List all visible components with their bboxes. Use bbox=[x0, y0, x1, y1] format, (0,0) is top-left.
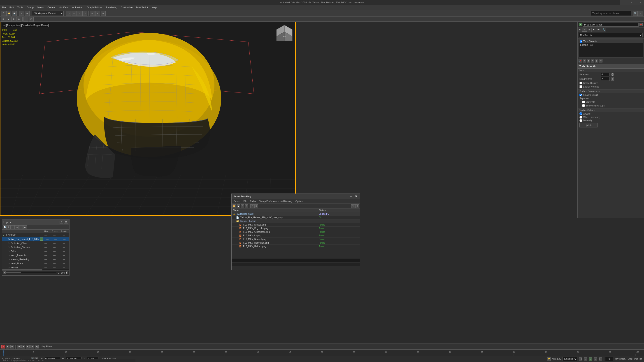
material-editor-btn[interactable]: ◉ bbox=[16, 17, 22, 22]
smoothing-groups-checkbox[interactable] bbox=[582, 104, 585, 107]
prev-frame-status-btn[interactable]: ◀ bbox=[584, 357, 587, 361]
layer-row-default[interactable]: ▶ 0 (default) ━━ ━━ ━━ bbox=[2, 233, 69, 237]
prev-frame-btn[interactable]: ◀ bbox=[22, 345, 25, 349]
asset-menu-bitmap[interactable]: Bitmap Performance and Memory bbox=[257, 199, 294, 203]
3d-viewport[interactable]: [+] [Perspective] [Shaded + Edged Faces]… bbox=[0, 22, 296, 216]
menu-graph-editors[interactable]: Graph Editors bbox=[85, 5, 104, 10]
show-result-icon[interactable]: ◉ bbox=[587, 59, 590, 62]
make-unique-icon[interactable]: ★ bbox=[591, 59, 594, 62]
layers-delete-btn[interactable]: 🗑 bbox=[7, 225, 10, 229]
asset-menu-paths[interactable]: Paths bbox=[249, 199, 257, 203]
layer-row-protrctive[interactable]: ◇ Protrctive_Glass ━━ ━━ ━━ bbox=[2, 241, 69, 245]
open-file-btn[interactable]: 📂 bbox=[6, 11, 11, 16]
asset-menu-file[interactable]: File bbox=[242, 199, 248, 203]
frame-slider-track[interactable] bbox=[6, 272, 56, 273]
materials-checkbox[interactable] bbox=[582, 101, 585, 103]
layer-freeze-yellow[interactable]: ━━ bbox=[52, 238, 60, 240]
iterations-spinner[interactable]: ▲ ▼ bbox=[611, 73, 614, 76]
current-frame-input[interactable] bbox=[605, 357, 613, 361]
asset-row-mainfile[interactable]: 📄 Yellow_Fire_Helmet_F10_MKV_max_vray Ok bbox=[232, 216, 360, 219]
asset-highlight-btn[interactable]: ✦ bbox=[245, 204, 248, 208]
add-time-tag[interactable]: Add Time Tag bbox=[628, 358, 642, 360]
hierarchy-tab[interactable]: ◈ bbox=[587, 28, 592, 32]
always-radio[interactable] bbox=[580, 112, 582, 115]
search-input[interactable] bbox=[591, 11, 631, 16]
pin-mod-icon[interactable]: 📌 bbox=[578, 59, 582, 62]
play-status-btn[interactable]: ▶ bbox=[589, 357, 592, 361]
modifier-editablepoly[interactable]: Editable Poly bbox=[579, 43, 643, 47]
close-btn[interactable]: ✕ bbox=[636, 0, 644, 5]
layer-freeze-default[interactable]: ━━ bbox=[50, 234, 59, 236]
move-btn[interactable]: ✛ bbox=[72, 11, 76, 16]
asset-row-fog[interactable]: 🖼 F10_MKV_Fog color.png Found bbox=[232, 227, 360, 230]
menu-maxscript[interactable]: MAXScript bbox=[134, 5, 150, 10]
layer-btn[interactable]: ▦ bbox=[1, 17, 6, 22]
render-btn[interactable]: ▶ bbox=[6, 17, 11, 22]
asset-minimize-btn[interactable]: — bbox=[349, 195, 353, 198]
timeline[interactable]: 0 5 10 15 20 25 30 35 40 45 50 55 60 65 … bbox=[0, 349, 644, 356]
layer-row-internal[interactable]: ◇ Internal_Fastening ━━ ━━ ━━ bbox=[2, 257, 69, 261]
help-icon[interactable]: ? bbox=[638, 11, 643, 16]
layer-hide-protrctive[interactable]: ━━ bbox=[42, 242, 50, 245]
maximize-btn[interactable]: □ bbox=[628, 0, 636, 5]
render-iters-down[interactable]: ▼ bbox=[611, 79, 614, 81]
asset-menu-server[interactable]: Server bbox=[232, 199, 242, 203]
asset-menu-options[interactable]: Options bbox=[294, 199, 304, 203]
layer-hide-glasses[interactable]: ━━ bbox=[42, 246, 50, 249]
layers-help-btn[interactable]: ? bbox=[60, 221, 63, 224]
menu-views[interactable]: Views bbox=[36, 5, 46, 10]
menu-modifiers[interactable]: Modifiers bbox=[57, 5, 70, 10]
menu-animation[interactable]: Animation bbox=[70, 5, 85, 10]
set-key-btn[interactable]: ● bbox=[1, 345, 5, 349]
iterations-up[interactable]: ▲ bbox=[611, 73, 614, 74]
asset-refresh-btn[interactable]: ↻ bbox=[351, 204, 355, 208]
layer-row-belts[interactable]: ◇ Belts ━━ ━━ ━━ bbox=[2, 249, 69, 253]
layer-freeze-protrctive[interactable]: ━━ bbox=[50, 242, 59, 245]
menu-rendering[interactable]: Rendering bbox=[104, 5, 119, 10]
go-start-btn[interactable]: |◀ bbox=[17, 345, 20, 349]
asset-row-refract[interactable]: 🖼 F10_MKV_Refract.png Found bbox=[232, 245, 360, 248]
stop-btn[interactable]: ■ bbox=[26, 345, 30, 349]
asset-row-diffuse[interactable]: 🖼 F10_MKV_Diffuse.png Found bbox=[232, 223, 360, 227]
percent-snap-btn[interactable]: % bbox=[101, 11, 106, 16]
iterations-down[interactable]: ▼ bbox=[611, 74, 614, 76]
layer-hide-default[interactable]: ━━ bbox=[42, 234, 50, 236]
when-rendering-radio[interactable] bbox=[580, 116, 582, 119]
smooth-result-checkbox[interactable] bbox=[580, 94, 582, 96]
layer-row-yellow-fire[interactable]: ▼ Yellow_Fire_Helmet_F10_MKV ━━ ━━ ━━ bbox=[2, 237, 69, 241]
search-icon[interactable]: 🔍 bbox=[633, 11, 638, 16]
manually-radio[interactable] bbox=[580, 119, 582, 122]
layers-expand-btn[interactable]: ▶ bbox=[23, 225, 27, 229]
menu-file[interactable]: File bbox=[0, 5, 8, 10]
frame-prev-btn[interactable]: ◀ bbox=[3, 271, 6, 274]
layer-expand-yellow[interactable]: ▼ bbox=[5, 238, 8, 240]
menu-help[interactable]: Help bbox=[150, 5, 158, 10]
layer-hide-yellow[interactable]: ━━ bbox=[44, 238, 51, 240]
layer-row-headbrace[interactable]: ◇ Head_Brace ━━ ━━ ━━ bbox=[2, 261, 69, 266]
layer-render-glasses[interactable]: ━━ bbox=[59, 246, 68, 249]
workspace-dropdown[interactable]: Workspace: Default bbox=[32, 11, 64, 16]
layer-render-protrctive[interactable]: ━━ bbox=[59, 242, 68, 245]
render-iters-input[interactable] bbox=[601, 77, 610, 81]
create-tab[interactable]: ✦ bbox=[578, 28, 582, 32]
modifier-list-dropdown[interactable]: Modifier List bbox=[579, 33, 643, 37]
update-button[interactable]: Update bbox=[580, 123, 598, 127]
layers-new-btn[interactable]: 📄 bbox=[3, 225, 6, 229]
curve-editor-btn[interactable]: ~ bbox=[24, 17, 28, 22]
explicit-normals-checkbox[interactable] bbox=[580, 85, 582, 88]
isoline-checkbox[interactable] bbox=[580, 82, 582, 84]
layer-freeze-glasses[interactable]: ━━ bbox=[50, 246, 59, 249]
asset-select-btn[interactable]: ◻ bbox=[241, 204, 244, 208]
asset-view-icons-btn[interactable]: ⊞ bbox=[254, 204, 258, 208]
stack-display-icon[interactable]: ⊞ bbox=[582, 59, 586, 62]
render-iters-spinner[interactable]: ▲ ▼ bbox=[611, 77, 614, 81]
layer-row-protective-glasses[interactable]: ◇ Protective_Glasses ━━ ━━ ━━ bbox=[2, 245, 69, 249]
layers-close-btn[interactable]: X bbox=[64, 221, 68, 224]
object-color-swatch[interactable]: ■ bbox=[579, 23, 582, 26]
asset-row-normal[interactable]: 🖼 F10_MKV_Normal.png Found bbox=[232, 238, 360, 241]
remove-mod-icon[interactable]: 🗑 bbox=[595, 59, 598, 62]
menu-create[interactable]: Create bbox=[46, 5, 57, 10]
menu-group[interactable]: Group bbox=[25, 5, 36, 10]
render-setup-btn[interactable]: ⚙ bbox=[11, 17, 16, 22]
menu-customize[interactable]: Customize bbox=[119, 5, 134, 10]
